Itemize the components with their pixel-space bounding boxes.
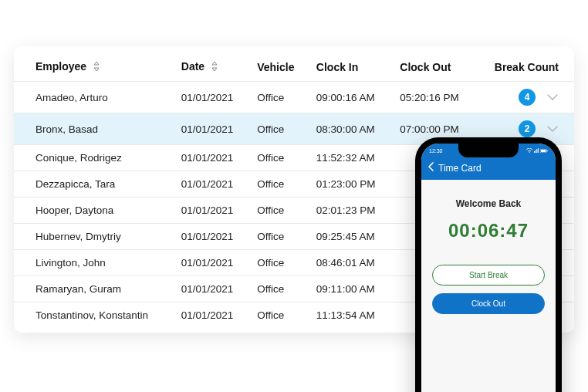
clock-in-cell: 09:11:00 AM bbox=[309, 276, 392, 302]
clock-in-cell: 09:25:45 AM bbox=[309, 224, 392, 250]
clock-in-cell: 02:01:23 PM bbox=[309, 198, 392, 224]
wifi-icon bbox=[526, 148, 532, 153]
vehicle-cell: Office bbox=[249, 224, 309, 250]
employee-cell: Tonstantinov, Konstantin bbox=[14, 302, 174, 329]
phone-mockup: 12:30 Time Card Welcome Back 00:06:47 St… bbox=[415, 137, 562, 392]
date-cell: 01/01/2021 bbox=[174, 171, 249, 198]
date-cell: 01/01/2021 bbox=[174, 302, 249, 329]
employee-cell: Hooper, Daytona bbox=[14, 198, 174, 224]
employee-cell: Amadeo, Arturo bbox=[14, 82, 174, 113]
col-date[interactable]: Date bbox=[174, 54, 249, 82]
clock-in-cell: 08:30:00 AM bbox=[309, 113, 392, 145]
vehicle-cell: Office bbox=[249, 82, 309, 113]
sort-icon[interactable] bbox=[211, 61, 218, 73]
col-vehicle[interactable]: Vehicle bbox=[249, 54, 309, 82]
break-count-badge: 2 bbox=[519, 120, 536, 137]
break-count-cell: 4 bbox=[476, 82, 574, 113]
phone-header: Time Card bbox=[421, 157, 556, 180]
phone-screen: 12:30 Time Card Welcome Back 00:06:47 St… bbox=[421, 144, 556, 392]
clock-in-cell: 01:23:00 PM bbox=[309, 171, 392, 198]
signal-icon bbox=[534, 148, 539, 153]
status-time: 12:30 bbox=[429, 148, 443, 154]
table-header-row: Employee Date Vehicle Clock In Clock Out… bbox=[14, 54, 574, 82]
clock-out-button[interactable]: Clock Out bbox=[432, 293, 545, 314]
svg-rect-3 bbox=[536, 149, 537, 153]
date-cell: 01/01/2021 bbox=[174, 145, 249, 171]
col-break-count[interactable]: Break Count bbox=[476, 54, 574, 82]
col-employee[interactable]: Employee bbox=[14, 54, 174, 82]
svg-point-0 bbox=[529, 152, 529, 153]
status-indicators bbox=[526, 148, 548, 153]
break-count-badge: 4 bbox=[519, 89, 536, 106]
vehicle-cell: Office bbox=[249, 113, 309, 145]
timer-display: 00:06:47 bbox=[448, 220, 529, 242]
employee-cell: Ramaryan, Guram bbox=[14, 276, 174, 302]
battery-icon bbox=[540, 149, 548, 153]
employee-cell: Livington, John bbox=[14, 250, 174, 276]
clock-in-cell: 11:13:54 AM bbox=[309, 302, 392, 329]
back-icon[interactable] bbox=[427, 162, 435, 174]
date-cell: 01/01/2021 bbox=[174, 250, 249, 276]
date-cell: 01/01/2021 bbox=[174, 82, 249, 113]
welcome-text: Welcome Back bbox=[456, 198, 522, 209]
phone-body: Welcome Back 00:06:47 Start Break Clock … bbox=[421, 180, 556, 392]
clock-in-cell: 11:52:32 AM bbox=[309, 145, 392, 171]
vehicle-cell: Office bbox=[249, 302, 309, 329]
svg-rect-2 bbox=[536, 150, 536, 154]
chevron-down-icon[interactable] bbox=[546, 93, 559, 101]
svg-rect-1 bbox=[534, 151, 535, 153]
vehicle-cell: Office bbox=[249, 171, 309, 198]
vehicle-cell: Office bbox=[249, 276, 309, 302]
svg-rect-7 bbox=[547, 150, 548, 151]
employee-cell: Dezzapicca, Tara bbox=[14, 171, 174, 198]
col-clock-out[interactable]: Clock Out bbox=[392, 54, 475, 82]
svg-rect-6 bbox=[541, 150, 546, 152]
vehicle-cell: Office bbox=[249, 250, 309, 276]
date-cell: 01/01/2021 bbox=[174, 224, 249, 250]
date-cell: 01/01/2021 bbox=[174, 198, 249, 224]
col-employee-label: Employee bbox=[35, 60, 86, 73]
date-cell: 01/01/2021 bbox=[174, 276, 249, 302]
employee-cell: Conique, Rodrigez bbox=[14, 145, 174, 171]
clock-in-cell: 08:46:01 AM bbox=[309, 250, 392, 276]
sort-icon[interactable] bbox=[93, 61, 100, 73]
table-row[interactable]: Amadeo, Arturo01/01/2021Office09:00:16 A… bbox=[14, 82, 574, 113]
col-date-label: Date bbox=[181, 60, 204, 73]
phone-notch bbox=[458, 144, 519, 157]
clock-out-cell: 05:20:16 PM bbox=[392, 82, 475, 113]
date-cell: 01/01/2021 bbox=[174, 113, 249, 145]
phone-header-title: Time Card bbox=[438, 163, 482, 174]
employee-cell: Bronx, Basad bbox=[14, 113, 174, 145]
employee-cell: Hubernev, Dmytriy bbox=[14, 224, 174, 250]
col-clock-in[interactable]: Clock In bbox=[309, 54, 392, 82]
svg-rect-4 bbox=[538, 148, 539, 153]
vehicle-cell: Office bbox=[249, 198, 309, 224]
chevron-down-icon[interactable] bbox=[546, 125, 559, 133]
vehicle-cell: Office bbox=[249, 145, 309, 171]
clock-in-cell: 09:00:16 AM bbox=[309, 82, 392, 113]
start-break-button[interactable]: Start Break bbox=[432, 265, 545, 286]
